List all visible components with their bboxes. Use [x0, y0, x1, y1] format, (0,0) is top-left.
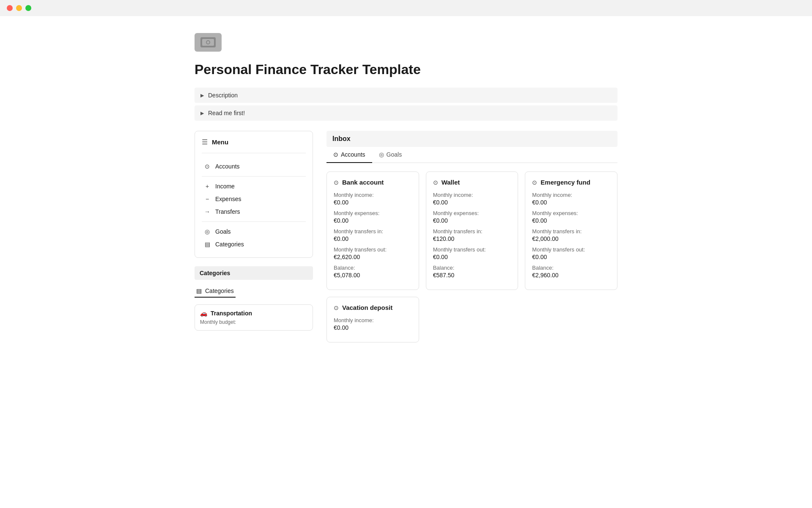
collapsible-readme-label: Read me first!: [208, 110, 245, 116]
main-content: Inbox ⊙ Accounts ◎ Goals ⊙ Bank a: [313, 131, 617, 342]
vacation-deposit-name: Vacation deposit: [342, 304, 392, 311]
collapsible-readme[interactable]: ▶ Read me first!: [195, 105, 617, 121]
traffic-light-close[interactable]: [7, 5, 13, 11]
emergency-balance-label: Balance:: [532, 265, 610, 271]
inbox-header: Inbox: [326, 131, 617, 147]
page: Personal Finance Tracker Template ▶ Desc…: [152, 16, 660, 359]
emergency-balance-value: €2,960.00: [532, 272, 610, 279]
bank-card-header: ⊙ Bank account: [334, 179, 412, 186]
sidebar-menu-label: Menu: [212, 138, 228, 146]
two-col-layout: ☰ Menu ⊙ Accounts + Income − Expenses: [195, 131, 617, 342]
wallet-monthly-expenses-row: Monthly expenses: €0.00: [433, 210, 511, 224]
category-transportation-name: Transportation: [211, 310, 252, 317]
partial-cards-row: ⊙ Vacation deposit Monthly income: €0.00: [326, 297, 617, 342]
categories-section-header: Categories: [195, 266, 313, 280]
sidebar-divider-2: [202, 221, 306, 222]
vacation-monthly-income-label: Monthly income:: [334, 317, 412, 323]
titlebar: [0, 0, 812, 16]
category-transportation-header: 🚗 Transportation: [200, 310, 307, 317]
wallet-transfers-out-row: Monthly transfers out: €0.00: [433, 246, 511, 260]
categories-tab-icon: ▤: [196, 287, 202, 294]
sidebar-item-goals[interactable]: ◎ Goals: [202, 225, 306, 238]
accounts-cards-grid: ⊙ Bank account Monthly income: €0.00 Mon…: [326, 171, 617, 290]
wallet-transfers-in-label: Monthly transfers in:: [433, 228, 511, 235]
bank-transfers-in-value: €0.00: [334, 235, 412, 242]
sidebar-income-label: Income: [215, 183, 235, 190]
collapse-arrow-description: ▶: [200, 93, 204, 98]
sidebar-accounts-label: Accounts: [215, 163, 240, 170]
emergency-transfers-out-row: Monthly transfers out: €0.00: [532, 246, 610, 260]
categories-icon: ▤: [203, 241, 211, 248]
emergency-monthly-income-label: Monthly income:: [532, 192, 610, 198]
traffic-light-minimize[interactable]: [16, 5, 22, 11]
income-icon: +: [203, 183, 211, 190]
wallet-balance-row: Balance: €587.50: [433, 265, 511, 279]
wallet-monthly-expenses-label: Monthly expenses:: [433, 210, 511, 216]
sidebar-categories-label: Categories: [215, 241, 244, 248]
emergency-card-header: ⊙ Emergency fund: [532, 179, 610, 186]
sidebar: ☰ Menu ⊙ Accounts + Income − Expenses: [195, 131, 313, 258]
sidebar-item-expenses[interactable]: − Expenses: [202, 193, 306, 205]
emergency-fund-name: Emergency fund: [540, 179, 590, 186]
transfers-icon: →: [203, 208, 211, 215]
wallet-name: Wallet: [442, 179, 460, 186]
collapsible-description[interactable]: ▶ Description: [195, 88, 617, 103]
sidebar-item-categories[interactable]: ▤ Categories: [202, 238, 306, 251]
vacation-card-header: ⊙ Vacation deposit: [334, 304, 412, 311]
transportation-budget-label: Monthly budget:: [200, 319, 307, 325]
emergency-transfers-out-label: Monthly transfers out:: [532, 246, 610, 253]
page-title: Personal Finance Tracker Template: [195, 62, 617, 77]
svg-point-3: [207, 41, 209, 44]
bank-transfers-in-label: Monthly transfers in:: [334, 228, 412, 235]
sidebar-expenses-label: Expenses: [215, 196, 241, 202]
transportation-icon: 🚗: [200, 310, 207, 317]
sidebar-menu-header: ☰ Menu: [202, 138, 306, 153]
tab-accounts[interactable]: ⊙ Accounts: [326, 147, 372, 163]
category-transportation: 🚗 Transportation Monthly budget:: [195, 304, 313, 331]
bank-balance-row: Balance: €5,078.00: [334, 265, 412, 279]
emergency-balance-row: Balance: €2,960.00: [532, 265, 610, 279]
categories-tab-label: Categories: [205, 287, 234, 294]
sidebar-goals-label: Goals: [215, 228, 231, 235]
wallet-monthly-expenses-value: €0.00: [433, 217, 511, 224]
tab-accounts-label: Accounts: [341, 151, 365, 158]
wallet-transfers-in-row: Monthly transfers in: €120.00: [433, 228, 511, 242]
emergency-monthly-income-row: Monthly income: €0.00: [532, 192, 610, 206]
bank-monthly-expenses-value: €0.00: [334, 217, 412, 224]
sidebar-item-accounts[interactable]: ⊙ Accounts: [202, 160, 306, 173]
categories-tab[interactable]: ▤ Categories: [195, 285, 236, 298]
bank-monthly-expenses-row: Monthly expenses: €0.00: [334, 210, 412, 224]
expenses-icon: −: [203, 196, 211, 202]
emergency-fund-icon: ⊙: [532, 179, 537, 186]
account-card-vacation: ⊙ Vacation deposit Monthly income: €0.00: [326, 297, 419, 342]
wallet-transfers-out-label: Monthly transfers out:: [433, 246, 511, 253]
sidebar-divider-1: [202, 176, 306, 177]
wallet-monthly-income-row: Monthly income: €0.00: [433, 192, 511, 206]
wallet-balance-label: Balance:: [433, 265, 511, 271]
sidebar-item-income[interactable]: + Income: [202, 180, 306, 193]
tab-goals[interactable]: ◎ Goals: [372, 147, 409, 163]
sidebar-item-transfers[interactable]: → Transfers: [202, 205, 306, 218]
bank-transfers-out-row: Monthly transfers out: €2,620.00: [334, 246, 412, 260]
traffic-light-fullscreen[interactable]: [25, 5, 31, 11]
tab-goals-label: Goals: [387, 151, 402, 158]
bank-balance-label: Balance:: [334, 265, 412, 271]
account-card-bank: ⊙ Bank account Monthly income: €0.00 Mon…: [326, 171, 419, 290]
wallet-transfers-out-value: €0.00: [433, 254, 511, 260]
goals-icon: ◎: [203, 228, 211, 235]
bank-transfers-out-label: Monthly transfers out:: [334, 246, 412, 253]
emergency-monthly-expenses-row: Monthly expenses: €0.00: [532, 210, 610, 224]
bank-balance-value: €5,078.00: [334, 272, 412, 279]
emergency-monthly-income-value: €0.00: [532, 199, 610, 206]
wallet-icon: ⊙: [433, 179, 438, 186]
bank-monthly-income-value: €0.00: [334, 199, 412, 206]
categories-section: Categories ▤ Categories 🚗 Transportation…: [195, 266, 313, 331]
account-card-emergency: ⊙ Emergency fund Monthly income: €0.00 M…: [525, 171, 617, 290]
wallet-monthly-income-label: Monthly income:: [433, 192, 511, 198]
emergency-transfers-in-label: Monthly transfers in:: [532, 228, 610, 235]
wallet-transfers-in-value: €120.00: [433, 235, 511, 242]
bank-account-icon: ⊙: [334, 179, 339, 186]
left-column: ☰ Menu ⊙ Accounts + Income − Expenses: [195, 131, 313, 342]
tab-accounts-icon: ⊙: [333, 151, 338, 158]
tab-goals-icon: ◎: [379, 151, 384, 158]
